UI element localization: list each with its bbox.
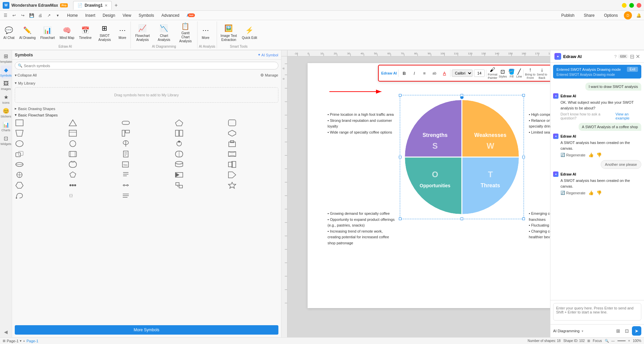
- text-color-button[interactable]: A: [440, 69, 449, 78]
- selection-handle-br[interactable]: [522, 217, 525, 220]
- shape-item[interactable]: [14, 181, 25, 190]
- more-button[interactable]: ⋯ More: [116, 22, 129, 44]
- shape-item[interactable]: [174, 160, 184, 169]
- menu-view[interactable]: View: [119, 12, 135, 19]
- tab-close[interactable]: ✕: [105, 4, 107, 7]
- shape-item[interactable]: [14, 160, 25, 169]
- page-label[interactable]: Page-1: [7, 339, 18, 343]
- more-symbols-button[interactable]: More Symbols: [15, 325, 278, 335]
- gantt-analysis-button[interactable]: 📋 Gantt Chart Analysis: [175, 22, 196, 44]
- thumbs-down-1[interactable]: 👎: [596, 152, 602, 157]
- image-text-button[interactable]: 🖼️ Image Text Extraction: [218, 22, 239, 44]
- page-dropdown[interactable]: ▾: [20, 339, 21, 343]
- shape-item[interactable]: [227, 191, 237, 200]
- menu-symbols[interactable]: Symbols: [135, 12, 157, 19]
- shape-item[interactable]: [227, 139, 237, 148]
- menu-ai[interactable]: AI hot: [183, 12, 194, 19]
- shape-item[interactable]: [227, 129, 237, 138]
- shape-item[interactable]: [120, 149, 131, 159]
- manage-button[interactable]: ⚙ Manage: [260, 73, 278, 78]
- regenerate-button-1[interactable]: 🔄 Regenerate: [560, 153, 586, 157]
- shape-item[interactable]: [227, 118, 237, 128]
- text-align-button[interactable]: ≡: [420, 69, 429, 78]
- ai-panel-close[interactable]: ✕: [636, 53, 640, 60]
- sidebar-item-symbols[interactable]: ◆ Symbols: [1, 65, 11, 79]
- view-example-link[interactable]: View an example: [615, 112, 641, 120]
- toolbar-close-button[interactable]: ✕: [550, 70, 550, 76]
- flowchart-button[interactable]: 📊 Flowchart: [38, 22, 57, 44]
- menu-design[interactable]: Design: [99, 12, 118, 19]
- maximize-button[interactable]: [629, 3, 634, 8]
- tab-drawing1[interactable]: 📄 Drawing1 ✕: [73, 1, 112, 10]
- send-to-back-button[interactable]: ↓ Send toBack: [537, 67, 547, 80]
- bold-button[interactable]: B: [400, 69, 409, 78]
- shape-item[interactable]: [174, 191, 184, 200]
- user-avatar[interactable]: D: [624, 11, 632, 19]
- ai-chat-button[interactable]: 💬 AI Chat: [1, 22, 16, 44]
- selection-handle-ml[interactable]: [399, 156, 401, 158]
- quick-edit-button[interactable]: ⚡ Quick Edit: [240, 22, 259, 44]
- canvas-area[interactable]: -10 0 10 20 30 40 50 60 70 80 90 100 110…: [281, 50, 550, 337]
- shape-item[interactable]: [227, 149, 237, 159]
- shape-item[interactable]: [174, 170, 184, 180]
- suggestion-button[interactable]: Another one please: [601, 160, 641, 169]
- menu-insert[interactable]: Insert: [82, 12, 99, 19]
- ai-panel-minimize[interactable]: ⊟: [630, 53, 634, 60]
- mind-map-button[interactable]: 🧠 Mind Map: [58, 22, 76, 44]
- font-family-select[interactable]: Calibri: [452, 69, 473, 77]
- share-button[interactable]: Share: [581, 12, 598, 19]
- flowchart-analysis-button[interactable]: 📈 Flowchart Analysis: [132, 22, 153, 44]
- menu-toggle[interactable]: ☰: [1, 11, 9, 19]
- shape-item[interactable]: [67, 181, 78, 190]
- collapse-panel-button[interactable]: ◀: [1, 328, 11, 336]
- shape-item[interactable]: [227, 170, 237, 180]
- ai-format-icon[interactable]: ⊡: [623, 327, 631, 335]
- text-case-button[interactable]: ab: [430, 69, 439, 78]
- styles-button[interactable]: ⊡ Styles: [499, 68, 507, 78]
- shape-item[interactable]: [227, 160, 237, 169]
- shape-item[interactable]: { }: [67, 191, 78, 200]
- shape-item[interactable]: [14, 191, 25, 200]
- search-symbols-container[interactable]: 🔍: [15, 62, 278, 69]
- timeline-button[interactable]: 📅 Timeline: [77, 22, 94, 44]
- print-button[interactable]: 🖨: [36, 11, 44, 19]
- shape-item[interactable]: [67, 170, 78, 180]
- shape-item[interactable]: [14, 170, 25, 180]
- search-input[interactable]: [24, 64, 275, 68]
- selection-handle-mr[interactable]: [522, 156, 525, 158]
- more-analysis-button[interactable]: ⋯ More: [199, 22, 212, 44]
- shape-item[interactable]: [120, 191, 131, 200]
- minimize-button[interactable]: [622, 3, 627, 8]
- sidebar-item-icons[interactable]: ★ Icons: [1, 93, 11, 106]
- chart-analysis-button[interactable]: 📉 Chart Analysis: [154, 22, 174, 44]
- sidebar-item-images[interactable]: 🖼 Images: [1, 79, 11, 92]
- italic-button[interactable]: I: [410, 69, 419, 78]
- thumbs-up-1[interactable]: 👍: [588, 152, 594, 157]
- options-button[interactable]: Options: [601, 12, 621, 19]
- shape-item[interactable]: [174, 149, 184, 159]
- thumbs-up-2[interactable]: 👍: [588, 190, 594, 195]
- selection-handle-bm[interactable]: [461, 217, 463, 220]
- undo-button[interactable]: ↩: [10, 11, 18, 19]
- shape-item[interactable]: [120, 170, 131, 180]
- selection-handle-tm[interactable]: [461, 94, 463, 97]
- font-size-input[interactable]: [474, 69, 485, 77]
- shape-item[interactable]: [174, 129, 184, 138]
- ai-symbol-button[interactable]: ✦ AI Symbol: [258, 53, 278, 57]
- export-button[interactable]: ↗: [45, 11, 53, 19]
- close-button[interactable]: [637, 3, 641, 8]
- sidebar-item-widgets[interactable]: ⊡ Widgets: [1, 134, 11, 147]
- ai-help-icon[interactable]: ?: [614, 54, 616, 59]
- redo-button[interactable]: ↪: [19, 11, 27, 19]
- selection-handle-tr[interactable]: [522, 94, 525, 97]
- shape-item[interactable]: [14, 118, 25, 128]
- exit-mode-button[interactable]: Exit: [627, 67, 638, 72]
- shape-item[interactable]: [67, 149, 78, 159]
- notification-button[interactable]: 🔔: [635, 11, 643, 19]
- ai-drawing-button[interactable]: ✏️ AI Drawing: [17, 22, 38, 44]
- shape-item[interactable]: [67, 139, 78, 148]
- menu-advanced[interactable]: Advanced: [158, 12, 182, 19]
- my-library-title[interactable]: ▾ My Library: [15, 80, 278, 86]
- bring-to-front-button[interactable]: ↑ Bring toFront: [525, 67, 535, 80]
- shape-item[interactable]: [174, 139, 184, 148]
